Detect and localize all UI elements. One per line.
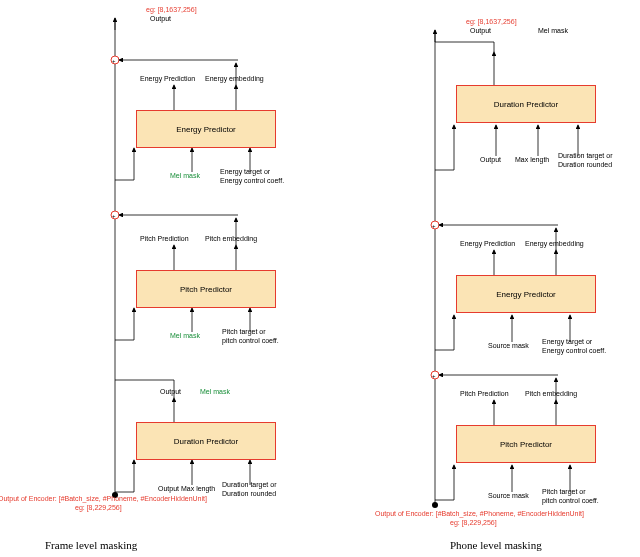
energy-pred-label: Energy Prediction — [140, 75, 195, 82]
svg-point-3 — [111, 211, 119, 219]
dur-output: Output — [160, 388, 181, 395]
duration-predictor-title: Duration Predictor — [174, 437, 238, 446]
svg-point-1 — [111, 56, 119, 64]
energy-target2-r: Energy control coeff. — [542, 347, 606, 354]
pitch-mask: Mel mask — [170, 332, 200, 339]
pitch-predictor-block: Pitch Predictor — [136, 270, 276, 308]
svg-point-28 — [431, 371, 439, 379]
encoder-out-right: Output of Encoder: [#Batch_size, #Phonem… — [375, 510, 584, 517]
output-top-left: Output — [150, 15, 171, 22]
dur-target1-r: Duration target or — [558, 152, 612, 159]
dur-maxlen-r: Max length — [515, 156, 549, 163]
pitch-emb-label: Pitch embedding — [205, 235, 257, 242]
energy-pred-r: Energy Prediction — [460, 240, 515, 247]
energy-emb-label: Energy embedding — [205, 75, 264, 82]
svg-text:+: + — [112, 58, 116, 64]
caption-left: Frame level masking — [45, 539, 137, 551]
encoder-out-left: Output of Encoder: [#Batch_size, #Phonem… — [0, 495, 207, 502]
svg-text:+: + — [432, 223, 436, 229]
pitch-target1-r: Pitch target or — [542, 488, 586, 495]
encoder-eg-left: eg: [8,229,256] — [75, 504, 122, 511]
duration-predictor-block-r: Duration Predictor — [456, 85, 596, 123]
pitch-predictor-title-r: Pitch Predictor — [500, 440, 552, 449]
dur-melmask: Mel mask — [200, 388, 230, 395]
energy-target1: Energy target or — [220, 168, 270, 175]
dur-target2-r: Duration rounded — [558, 161, 612, 168]
frame-level-column: + + eg: [8,1637,256] Output — [0, 0, 320, 557]
dur-target2: Duration rounded — [222, 490, 276, 497]
eg-top-right: eg: [8,1637,256] — [466, 18, 517, 25]
dur-maxlen: Output Max length — [158, 485, 215, 492]
duration-predictor-block: Duration Predictor — [136, 422, 276, 460]
energy-mask: Mel mask — [170, 172, 200, 179]
pitch-mask-r: Source mask — [488, 492, 529, 499]
pitch-pred-label: Pitch Prediction — [140, 235, 189, 242]
encoder-eg-right: eg: [8,229,256] — [450, 519, 497, 526]
dur-target1: Duration target or — [222, 481, 276, 488]
duration-predictor-title-r: Duration Predictor — [494, 100, 558, 109]
caption-right: Phone level masking — [450, 539, 542, 551]
svg-point-26 — [431, 221, 439, 229]
phone-level-column: + + eg: [8,1637,2 — [320, 0, 640, 557]
pitch-target2: pitch control coeff. — [222, 337, 279, 344]
energy-emb-r: Energy embedding — [525, 240, 584, 247]
dur-out-r: Output — [480, 156, 501, 163]
pitch-predictor-block-r: Pitch Predictor — [456, 425, 596, 463]
pitch-emb-r: Pitch embedding — [525, 390, 577, 397]
energy-predictor-title: Energy Predictor — [176, 125, 236, 134]
energy-target1-r: Energy target or — [542, 338, 592, 345]
output-top-right: Output — [470, 27, 491, 34]
pitch-predictor-title: Pitch Predictor — [180, 285, 232, 294]
energy-predictor-block: Energy Predictor — [136, 110, 276, 148]
energy-predictor-title-r: Energy Predictor — [496, 290, 556, 299]
energy-target2: Energy control coeff. — [220, 177, 284, 184]
energy-mask-r: Source mask — [488, 342, 529, 349]
eg-top-left: eg: [8,1637,256] — [146, 6, 197, 13]
svg-text:+: + — [112, 213, 116, 219]
melmask-top-right: Mel mask — [538, 27, 568, 34]
energy-predictor-block-r: Energy Predictor — [456, 275, 596, 313]
pitch-target2-r: pitch control coeff. — [542, 497, 599, 504]
svg-text:+: + — [432, 373, 436, 379]
pitch-target1: Pitch target or — [222, 328, 266, 335]
pitch-pred-r: Pitch Prediction — [460, 390, 509, 397]
svg-point-50 — [432, 502, 438, 508]
